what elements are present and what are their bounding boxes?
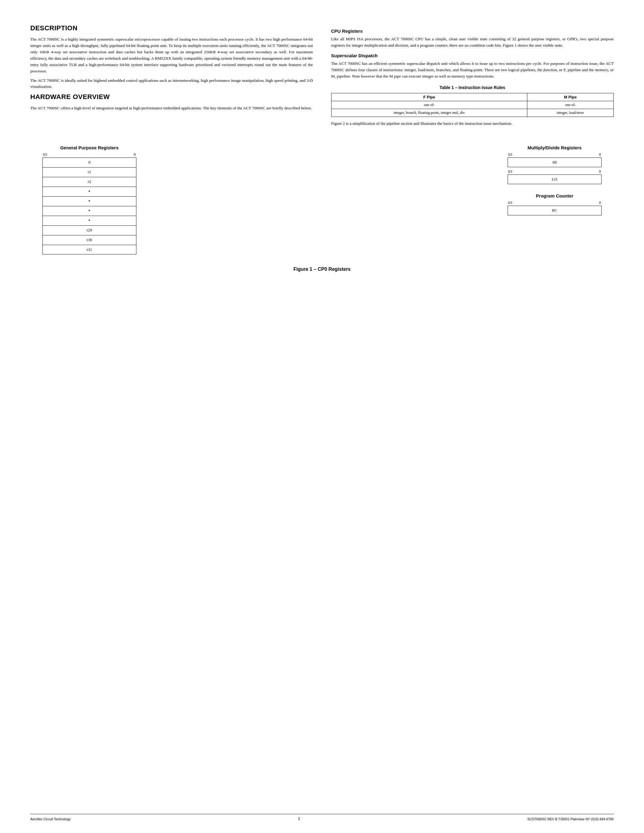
gpr-row-r1: r1: [42, 167, 136, 177]
table-cell-fpipe-oneof: one of:: [331, 101, 527, 109]
page-footer: Aeroflex Circuit Technology 2 SCD7000SC …: [30, 814, 614, 821]
gpr-group: General Purpose Registers 63 0 0 r1 r2 •…: [42, 145, 136, 254]
md-bit-low2: 0: [599, 169, 601, 174]
md-title: Multiply/Divide Registers: [528, 145, 581, 150]
instruction-issue-table: F Pipe M Pipe one of: one of: integer, b…: [331, 93, 614, 117]
description-paragraph-2: The ACT 7000SC is ideally suited for hig…: [30, 77, 313, 90]
superscalar-paragraph: The ACT 7000SC has an efficient symmetri…: [331, 61, 614, 80]
gpr-row-r31: r31: [42, 245, 136, 254]
md-hi-register: HI: [508, 158, 602, 167]
table-title: Table 1 – Instruction Issue Rules: [331, 85, 614, 90]
gpr-row-r30: r30: [42, 235, 136, 245]
gpr-bit-labels: 63 0: [42, 152, 136, 157]
footer-doc-info: SCD7000SC REV B 7/30/01 Plainview NY (51…: [527, 817, 614, 821]
md-bit-low: 0: [599, 152, 601, 157]
footer-page-number: 2: [298, 817, 300, 821]
pc-register: PC: [508, 206, 602, 215]
gpr-row-0: 0: [42, 158, 136, 167]
gpr-row-r2: r2: [42, 177, 136, 187]
pc-bit-low: 0: [599, 200, 601, 205]
gpr-row-dot3: •: [42, 206, 136, 215]
gpr-row-r29: r29: [42, 225, 136, 235]
description-paragraph-1: The ACT 7000SC is a highly integrated sy…: [30, 36, 313, 74]
table-cell-mpipe-oneof: one of:: [527, 101, 613, 109]
superscalar-heading: Superscalar Dispatch: [331, 53, 614, 58]
right-column: CPU Registers Like all MIPS ISA processo…: [331, 24, 614, 130]
figure-caption: Figure 1 – CP0 Registers: [30, 267, 614, 272]
pc-bit-labels: 63 0: [508, 200, 602, 205]
gpr-title: General Purpose Registers: [60, 145, 119, 150]
gpr-bit-high: 63: [43, 152, 47, 157]
hardware-heading: HARDWARE OVERVIEW: [30, 93, 313, 101]
table-row: one of: one of:: [331, 101, 614, 109]
md-bit-high: 63: [508, 152, 512, 157]
pc-bit-high: 63: [508, 200, 512, 205]
pc-group: Program Counter 63 0 PC: [508, 193, 602, 215]
figure2-text: Figure 2 is a simplification of the pipe…: [331, 121, 614, 127]
gpr-bit-low: 0: [134, 152, 136, 157]
gpr-row-dot2: •: [42, 196, 136, 206]
table-cell-mpipe-ops: integer, load/store: [527, 109, 613, 117]
description-heading: DESCRIPTION: [30, 24, 313, 32]
table-cell-fpipe-ops: integer, branch, floating-point, integer…: [331, 109, 527, 117]
table-header-fpipe: F Pipe: [331, 93, 527, 101]
table-row: integer, branch, floating-point, integer…: [331, 109, 614, 117]
left-column: DESCRIPTION The ACT 7000SC is a highly i…: [30, 24, 313, 130]
table-header-mpipe: M Pipe: [527, 93, 613, 101]
main-content: DESCRIPTION The ACT 7000SC is a highly i…: [30, 24, 614, 130]
figure-section: General Purpose Registers 63 0 0 r1 r2 •…: [30, 145, 614, 254]
md-bit-labels-lo: 63 0: [508, 169, 602, 174]
pc-title: Program Counter: [536, 193, 573, 198]
hardware-paragraph-1: The ACT 7000SC offers a high-level of in…: [30, 105, 313, 111]
right-register-groups: Multiply/Divide Registers 63 0 HI 63 0 L…: [508, 145, 602, 215]
md-bit-high2: 63: [508, 169, 512, 174]
md-lo-register: LO: [508, 174, 602, 184]
footer-company: Aeroflex Circuit Technology: [30, 817, 71, 821]
md-group: Multiply/Divide Registers 63 0 HI 63 0 L…: [508, 145, 602, 184]
page: DESCRIPTION The ACT 7000SC is a highly i…: [0, 0, 644, 833]
cpu-registers-heading: CPU Registers: [331, 29, 614, 34]
gpr-row-dot1: •: [42, 187, 136, 196]
gpr-row-dot4: •: [42, 215, 136, 225]
gpr-registers: 0 r1 r2 • • • • r29 r30 r31: [42, 158, 136, 254]
cpu-registers-paragraph: Like all MIPS ISA processors, the ACT 70…: [331, 36, 614, 49]
md-bit-labels-hi: 63 0: [508, 152, 602, 157]
